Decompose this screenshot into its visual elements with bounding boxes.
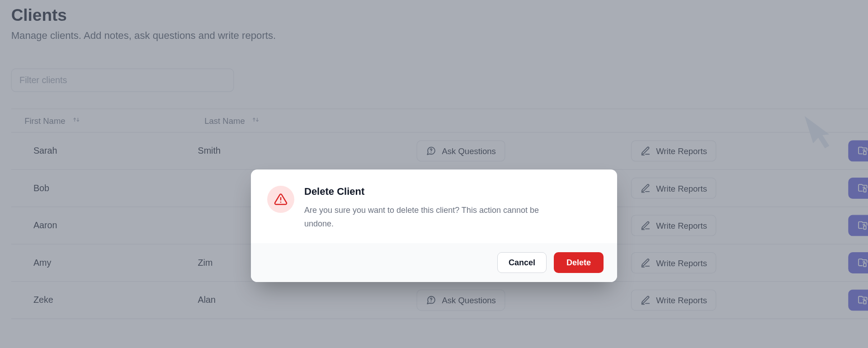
alert-triangle-icon	[267, 186, 294, 213]
dialog-description: Are you sure you want to delete this cli…	[304, 204, 566, 230]
dialog-footer: Cancel Delete	[251, 243, 617, 282]
cancel-button[interactable]: Cancel	[497, 252, 547, 273]
delete-client-dialog: Delete Client Are you sure you want to d…	[251, 169, 617, 282]
dialog-title: Delete Client	[304, 186, 566, 198]
delete-button[interactable]: Delete	[554, 252, 604, 273]
modal-overlay[interactable]: Delete Client Are you sure you want to d…	[0, 0, 868, 348]
